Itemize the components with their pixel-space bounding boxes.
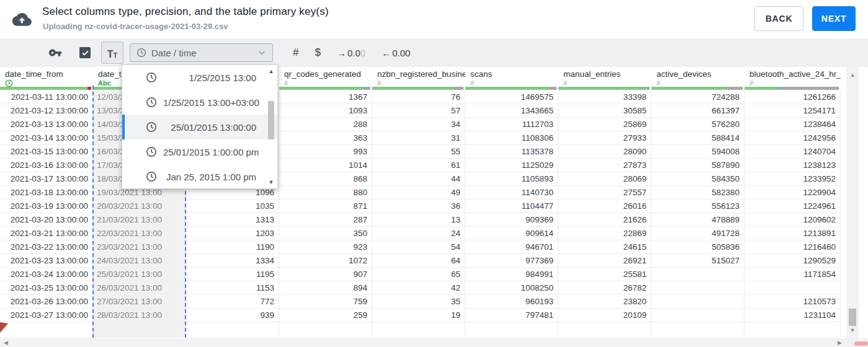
column-header-date_time_from[interactable]: date_time_from [0, 67, 93, 90]
table-cell[interactable]: 2021-03-13 13:00:00 [0, 118, 93, 131]
number-type-button[interactable]: # [293, 46, 298, 59]
next-button[interactable]: NEXT [812, 6, 856, 31]
table-cell[interactable]: 25581 [558, 268, 651, 281]
table-cell[interactable] [651, 268, 745, 281]
table-cell[interactable]: 880 [279, 186, 372, 200]
date-format-option[interactable]: 25/01/2015 1:00:00 pm [122, 139, 277, 164]
table-cell[interactable]: 21/03/2021 13:00 [93, 213, 186, 227]
table-cell[interactable] [651, 295, 745, 309]
table-cell[interactable]: 288 [279, 118, 372, 131]
table-cell[interactable] [745, 281, 841, 295]
table-cell[interactable]: 556123 [651, 200, 745, 213]
table-cell[interactable]: 1238123 [745, 159, 841, 172]
table-cell[interactable]: 33398 [558, 90, 651, 104]
table-cell[interactable]: 1224961 [745, 200, 841, 213]
table-cell[interactable]: 1210573 [745, 295, 841, 309]
table-cell[interactable]: 2021-03-16 13:00:00 [0, 159, 93, 172]
table-cell[interactable]: 939 [186, 309, 279, 322]
table-cell[interactable]: 1313 [186, 213, 279, 227]
text-type-button[interactable]: TT [101, 42, 123, 64]
table-cell[interactable]: 491728 [651, 227, 745, 240]
table-cell[interactable]: 1229904 [745, 186, 841, 200]
table-cell[interactable]: 25869 [558, 118, 651, 131]
table-cell[interactable]: 923 [279, 240, 372, 254]
table-cell[interactable]: 19 [372, 309, 465, 322]
table-cell[interactable]: 515027 [651, 254, 745, 268]
table-cell[interactable]: 1203 [186, 227, 279, 240]
table-cell[interactable]: 57 [372, 104, 465, 118]
table-cell[interactable] [651, 281, 745, 295]
column-header-active_devices[interactable]: active_devices# [651, 67, 745, 90]
table-cell[interactable]: 21626 [558, 213, 651, 227]
table-cell[interactable]: 772 [186, 295, 279, 309]
table-cell[interactable]: 28090 [558, 145, 651, 159]
table-cell[interactable]: 907 [279, 268, 372, 281]
table-cell[interactable]: 27/03/2021 13:00 [93, 295, 186, 309]
table-cell[interactable]: 35 [372, 295, 465, 309]
table-cell[interactable]: 587890 [651, 159, 745, 172]
table-cell[interactable]: 1261266 [745, 90, 841, 104]
table-cell[interactable]: 2021-03-24 13:00:00 [0, 268, 93, 281]
table-cell[interactable]: 1238464 [745, 118, 841, 131]
vertical-scrollbar[interactable]: ▲ ▼ [846, 67, 859, 338]
table-cell[interactable]: 759 [279, 295, 372, 309]
column-header-nzbn_registered_busine[interactable]: nzbn_registered_busine# [372, 67, 465, 90]
table-cell[interactable]: 797481 [465, 309, 558, 322]
table-cell[interactable]: 42 [372, 281, 465, 295]
column-header-qr_codes_generated[interactable]: qr_codes_generated# [279, 67, 372, 90]
table-cell[interactable]: 1209602 [745, 213, 841, 227]
table-cell[interactable]: 984991 [465, 268, 558, 281]
table-cell[interactable]: 871 [279, 200, 372, 213]
table-cell[interactable]: 2021-03-18 13:00:00 [0, 186, 93, 200]
date-format-option[interactable]: 25/01/2015 13:00:00 [122, 115, 277, 139]
table-cell[interactable]: 1014 [279, 159, 372, 172]
table-cell[interactable]: 1135378 [465, 145, 558, 159]
table-cell[interactable]: 30585 [558, 104, 651, 118]
table-cell[interactable] [651, 309, 745, 322]
table-cell[interactable]: 1343665 [465, 104, 558, 118]
include-column-checkbox[interactable] [79, 47, 91, 58]
date-format-option[interactable]: 1/25/2015 13:00+03:00 [122, 90, 277, 115]
dropdown-scrollbar-thumb[interactable] [268, 101, 274, 139]
table-cell[interactable]: 76 [372, 90, 465, 104]
table-cell[interactable]: 2021-03-27 13:00:00 [0, 309, 93, 322]
dropdown-scroll-down-icon[interactable]: ▼ [267, 179, 275, 185]
table-cell[interactable]: 909369 [465, 213, 558, 227]
table-cell[interactable]: 724288 [651, 90, 745, 104]
table-cell[interactable]: 1105893 [465, 172, 558, 186]
table-cell[interactable]: 20/03/2021 13:00 [93, 200, 186, 213]
table-cell[interactable]: 27933 [558, 131, 651, 145]
table-cell[interactable]: 2021-03-17 13:00:00 [0, 172, 93, 186]
table-cell[interactable]: 22869 [558, 227, 651, 240]
column-type-dropdown[interactable]: Date / time [130, 43, 273, 62]
scroll-up-icon[interactable]: ▲ [846, 72, 859, 78]
table-cell[interactable]: 49 [372, 186, 465, 200]
table-cell[interactable]: 977369 [465, 254, 558, 268]
table-cell[interactable]: 1008250 [465, 281, 558, 295]
table-cell[interactable]: 1190 [186, 240, 279, 254]
table-cell[interactable]: 1231104 [745, 309, 841, 322]
table-cell[interactable]: 1469575 [465, 90, 558, 104]
table-cell[interactable]: 1093 [279, 104, 372, 118]
increase-decimal-button[interactable]: →0.00 [337, 48, 365, 58]
table-cell[interactable]: 20109 [558, 309, 651, 322]
table-cell[interactable]: 1140730 [465, 186, 558, 200]
table-cell[interactable]: 287 [279, 213, 372, 227]
table-cell[interactable]: 2021-03-15 13:00:00 [0, 145, 93, 159]
table-cell[interactable]: 1290529 [745, 254, 841, 268]
table-cell[interactable]: 363 [279, 131, 372, 145]
table-cell[interactable]: 868 [279, 172, 372, 186]
table-cell[interactable]: 26/03/2021 13:00 [93, 281, 186, 295]
table-cell[interactable]: 1242956 [745, 131, 841, 145]
table-cell[interactable]: 1125029 [465, 159, 558, 172]
table-cell[interactable]: 350 [279, 227, 372, 240]
table-cell[interactable]: 24615 [558, 240, 651, 254]
table-cell[interactable]: 2021-03-21 13:00:00 [0, 227, 93, 240]
table-cell[interactable]: 1254171 [745, 104, 841, 118]
table-cell[interactable]: 259 [279, 309, 372, 322]
table-cell[interactable]: 23/03/2021 13:00 [93, 240, 186, 254]
table-cell[interactable]: 1216460 [745, 240, 841, 254]
table-cell[interactable]: 36 [372, 200, 465, 213]
column-header-scans[interactable]: scans# [465, 67, 558, 90]
table-cell[interactable]: 1171854 [745, 268, 841, 281]
